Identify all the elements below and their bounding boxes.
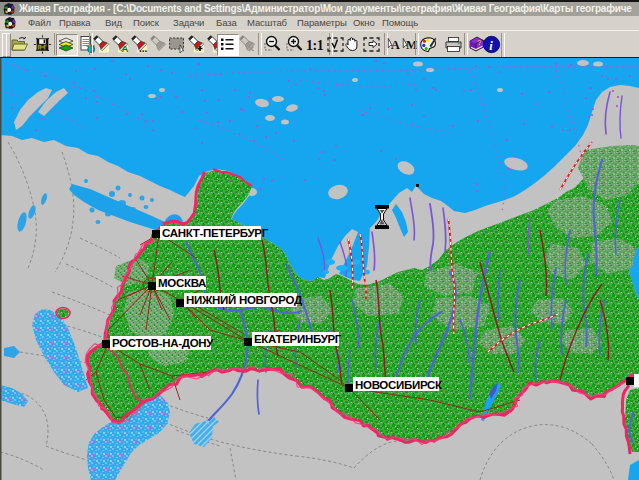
svg-text:A: A: [391, 38, 400, 52]
svg-text:i: i: [489, 39, 493, 53]
svg-text:МОСКВА: МОСКВА: [158, 277, 206, 289]
svg-text:1:1: 1:1: [306, 38, 324, 53]
svg-text:НОВОСИБИРСК: НОВОСИБИРСК: [355, 379, 443, 391]
svg-text:...: ...: [139, 43, 148, 54]
svg-text:РОСТОВ-НА-ДОНУ: РОСТОВ-НА-ДОНУ: [112, 337, 214, 349]
svg-text:НИЖНИЙ НОВГОРОД: НИЖНИЙ НОВГОРОД: [186, 294, 302, 306]
svg-text:САНКТ-ПЕТЕРБУРГ: САНКТ-ПЕТЕРБУРГ: [162, 227, 269, 239]
svg-text:A: A: [122, 43, 129, 54]
svg-text:ЕКАТЕРИНБУРГ: ЕКАТЕРИНБУРГ: [254, 333, 342, 345]
